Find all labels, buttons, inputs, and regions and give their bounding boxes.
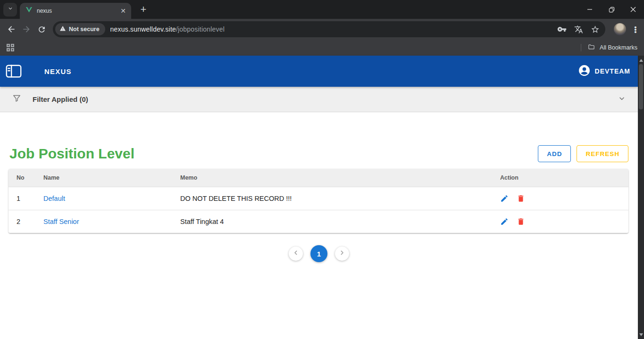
- scroll-down-icon[interactable]: [638, 331, 644, 338]
- browser-titlebar: nexus ✕ +: [0, 0, 644, 19]
- chevron-right-icon: [338, 249, 346, 258]
- data-table-card: No Name Memo Action 1 Default DO NOT DEL…: [8, 169, 628, 233]
- page-title: Job Position Level: [9, 146, 134, 162]
- apps-grid-icon[interactable]: [7, 44, 14, 51]
- current-page-button[interactable]: 1: [310, 245, 327, 262]
- restore-button[interactable]: [601, 0, 622, 19]
- row-name-link[interactable]: Staff Senior: [43, 218, 79, 225]
- table-body: 1 Default DO NOT DELETE THIS RECORD !!!: [8, 187, 628, 233]
- filter-funnel-icon: [12, 94, 21, 105]
- delete-trash-icon[interactable]: [517, 217, 525, 226]
- next-page-button[interactable]: [335, 247, 349, 261]
- browser-toolbar: Not secure nexus.sunwelldev.site/jobposi…: [0, 19, 644, 40]
- close-button[interactable]: [622, 0, 644, 19]
- tab-title: nexus: [37, 8, 119, 14]
- url-host: nexus.sunwelldev.site: [110, 25, 176, 33]
- pagination: 1: [0, 245, 638, 262]
- security-chip[interactable]: Not secure: [55, 23, 105, 35]
- bookmarks-separator: [581, 44, 581, 51]
- url-path: /jobpositionlevel: [176, 25, 225, 33]
- profile-avatar[interactable]: [614, 23, 626, 35]
- row-memo: Staff Tingkat 4: [180, 210, 500, 233]
- security-chip-label: Not secure: [69, 26, 100, 33]
- all-bookmarks-button[interactable]: All Bookmarks: [600, 44, 637, 51]
- scrollbar-thumb[interactable]: [639, 64, 643, 109]
- tab-close-icon[interactable]: ✕: [119, 7, 127, 15]
- column-header-name: Name: [43, 169, 180, 187]
- delete-trash-icon[interactable]: [517, 194, 525, 203]
- url-text: nexus.sunwelldev.site/jobpositionlevel: [110, 25, 225, 33]
- browser-tab[interactable]: nexus ✕: [20, 3, 131, 19]
- back-button[interactable]: [4, 22, 19, 37]
- scroll-up-icon[interactable]: [638, 57, 644, 64]
- edit-pencil-icon[interactable]: [500, 194, 509, 203]
- previous-page-button[interactable]: [289, 247, 303, 261]
- folder-icon: [587, 43, 595, 52]
- translate-icon[interactable]: [574, 25, 583, 34]
- minimize-button[interactable]: [579, 0, 601, 19]
- row-name-link[interactable]: Default: [43, 195, 65, 202]
- row-memo: DO NOT DELETE THIS RECORD !!!: [180, 187, 500, 210]
- sidebar-toggle-icon[interactable]: [6, 65, 22, 78]
- row-no: 2: [8, 210, 43, 233]
- page-scrollbar[interactable]: [638, 56, 644, 339]
- user-menu[interactable]: DEVTEAM: [578, 65, 630, 78]
- app-header: NEXUS DEVTEAM: [0, 56, 638, 87]
- filter-bar[interactable]: Filter Applied (0): [0, 87, 638, 112]
- add-button[interactable]: ADD: [538, 145, 571, 162]
- table-header-row: No Name Memo Action: [8, 169, 628, 187]
- column-header-action: Action: [500, 169, 628, 187]
- refresh-button[interactable]: REFRESH: [577, 145, 628, 162]
- app-brand: NEXUS: [44, 67, 72, 75]
- browser-menu-icon[interactable]: •••: [631, 26, 640, 33]
- bookmarks-bar: All Bookmarks: [0, 40, 644, 56]
- user-name: DEVTEAM: [595, 67, 630, 75]
- warning-icon: [59, 25, 66, 33]
- data-table: No Name Memo Action 1 Default DO NOT DEL…: [8, 169, 628, 233]
- chevron-left-icon: [292, 249, 300, 258]
- password-key-icon[interactable]: [557, 25, 567, 34]
- window-controls: [579, 0, 644, 19]
- row-no: 1: [8, 187, 43, 210]
- tab-search-button[interactable]: [3, 3, 17, 17]
- forward-button[interactable]: [19, 22, 34, 37]
- reload-button[interactable]: [34, 22, 49, 37]
- url-bar[interactable]: Not secure nexus.sunwelldev.site/jobposi…: [53, 21, 605, 37]
- table-row: 2 Staff Senior Staff Tingkat 4: [8, 210, 628, 233]
- web-content: NEXUS DEVTEAM Filter Applied (0) Job Pos…: [0, 56, 644, 339]
- vue-logo-icon: [25, 7, 33, 15]
- bookmark-star-icon[interactable]: [591, 25, 600, 34]
- filter-label: Filter Applied (0): [33, 95, 88, 103]
- filter-expand-icon[interactable]: [617, 94, 627, 105]
- column-header-no: No: [8, 169, 43, 187]
- account-icon: [578, 65, 590, 78]
- chevron-down-icon: [7, 5, 14, 14]
- edit-pencil-icon[interactable]: [500, 217, 509, 226]
- table-row: 1 Default DO NOT DELETE THIS RECORD !!!: [8, 187, 628, 210]
- column-header-memo: Memo: [180, 169, 500, 187]
- new-tab-button[interactable]: +: [137, 3, 150, 16]
